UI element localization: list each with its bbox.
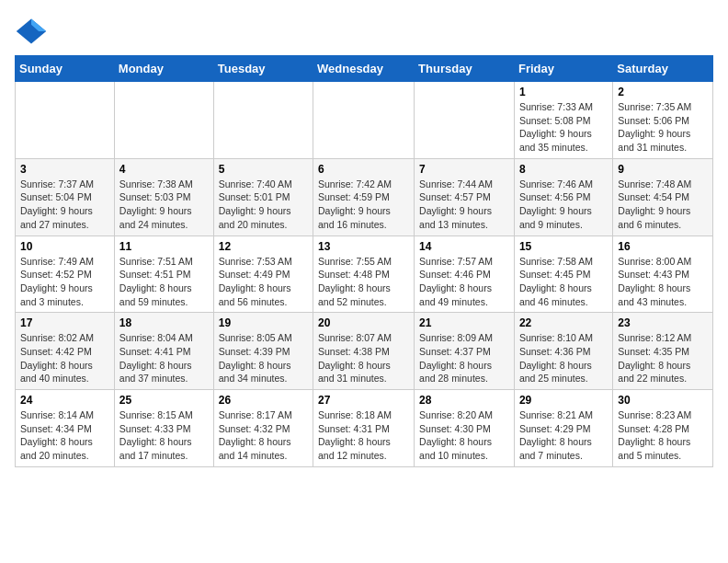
calendar-cell: 18Sunrise: 8:04 AMSunset: 4:41 PMDayligh… — [114, 313, 213, 390]
calendar-cell: 20Sunrise: 8:07 AMSunset: 4:38 PMDayligh… — [313, 313, 415, 390]
day-info: Sunrise: 7:57 AMSunset: 4:46 PMDaylight:… — [419, 255, 509, 309]
day-number: 7 — [419, 163, 509, 176]
weekday-header-friday: Friday — [514, 56, 612, 82]
calendar-cell: 4Sunrise: 7:38 AMSunset: 5:03 PMDaylight… — [114, 158, 213, 236]
day-number: 18 — [119, 316, 209, 329]
day-number: 21 — [419, 316, 509, 329]
day-info: Sunrise: 7:42 AMSunset: 4:59 PMDaylight:… — [318, 178, 409, 232]
day-number: 25 — [119, 394, 209, 407]
weekday-header-thursday: Thursday — [415, 56, 515, 82]
calendar-cell: 14Sunrise: 7:57 AMSunset: 4:46 PMDayligh… — [415, 236, 515, 313]
day-number: 29 — [519, 394, 608, 407]
calendar-cell: 15Sunrise: 7:58 AMSunset: 4:45 PMDayligh… — [514, 236, 612, 313]
calendar-week-5: 24Sunrise: 8:14 AMSunset: 4:34 PMDayligh… — [16, 390, 713, 467]
day-number: 10 — [20, 240, 109, 253]
day-number: 26 — [219, 394, 308, 407]
page-header — [15, 15, 713, 48]
calendar-cell — [114, 82, 213, 159]
day-info: Sunrise: 7:49 AMSunset: 4:52 PMDaylight:… — [20, 255, 109, 309]
day-number: 20 — [318, 316, 409, 329]
weekday-header-row: SundayMondayTuesdayWednesdayThursdayFrid… — [16, 56, 713, 82]
calendar-week-3: 10Sunrise: 7:49 AMSunset: 4:52 PMDayligh… — [16, 236, 713, 313]
day-number: 22 — [519, 316, 608, 329]
calendar-cell: 19Sunrise: 8:05 AMSunset: 4:39 PMDayligh… — [213, 313, 313, 390]
weekday-header-saturday: Saturday — [613, 56, 713, 82]
calendar-cell: 21Sunrise: 8:09 AMSunset: 4:37 PMDayligh… — [415, 313, 515, 390]
day-info: Sunrise: 8:10 AMSunset: 4:36 PMDaylight:… — [519, 331, 608, 385]
calendar-cell: 16Sunrise: 8:00 AMSunset: 4:43 PMDayligh… — [613, 236, 713, 313]
day-info: Sunrise: 8:14 AMSunset: 4:34 PMDaylight:… — [20, 408, 109, 463]
calendar-cell: 8Sunrise: 7:46 AMSunset: 4:56 PMDaylight… — [514, 158, 612, 236]
day-info: Sunrise: 7:51 AMSunset: 4:51 PMDaylight:… — [119, 255, 209, 309]
day-number: 2 — [618, 86, 708, 98]
day-info: Sunrise: 8:12 AMSunset: 4:35 PMDaylight:… — [618, 331, 708, 385]
day-number: 3 — [20, 163, 109, 176]
weekday-header-wednesday: Wednesday — [313, 56, 415, 82]
calendar-cell — [16, 82, 115, 159]
day-number: 12 — [219, 240, 308, 253]
day-info: Sunrise: 7:35 AMSunset: 5:06 PMDaylight:… — [618, 100, 708, 155]
day-info: Sunrise: 7:53 AMSunset: 4:49 PMDaylight:… — [219, 255, 308, 309]
day-number: 30 — [618, 394, 708, 407]
calendar-cell: 12Sunrise: 7:53 AMSunset: 4:49 PMDayligh… — [213, 236, 313, 313]
day-info: Sunrise: 7:44 AMSunset: 4:57 PMDaylight:… — [419, 178, 509, 232]
calendar-cell: 1Sunrise: 7:33 AMSunset: 5:08 PMDaylight… — [514, 82, 612, 159]
day-number: 1 — [519, 86, 608, 98]
calendar-week-2: 3Sunrise: 7:37 AMSunset: 5:04 PMDaylight… — [16, 158, 713, 236]
calendar-body: 1Sunrise: 7:33 AMSunset: 5:08 PMDaylight… — [16, 82, 713, 467]
calendar-week-1: 1Sunrise: 7:33 AMSunset: 5:08 PMDaylight… — [16, 82, 713, 159]
day-info: Sunrise: 8:17 AMSunset: 4:32 PMDaylight:… — [219, 408, 308, 463]
calendar-cell: 29Sunrise: 8:21 AMSunset: 4:29 PMDayligh… — [514, 390, 612, 467]
day-number: 27 — [318, 394, 409, 407]
calendar-cell — [415, 82, 515, 159]
calendar-cell: 13Sunrise: 7:55 AMSunset: 4:48 PMDayligh… — [313, 236, 415, 313]
calendar-cell: 7Sunrise: 7:44 AMSunset: 4:57 PMDaylight… — [415, 158, 515, 236]
weekday-header-tuesday: Tuesday — [213, 56, 313, 82]
calendar-cell: 27Sunrise: 8:18 AMSunset: 4:31 PMDayligh… — [313, 390, 415, 467]
calendar-cell: 28Sunrise: 8:20 AMSunset: 4:30 PMDayligh… — [415, 390, 515, 467]
day-number: 4 — [119, 163, 209, 176]
day-info: Sunrise: 8:05 AMSunset: 4:39 PMDaylight:… — [219, 331, 308, 385]
day-number: 19 — [219, 316, 308, 329]
day-number: 13 — [318, 240, 409, 253]
day-info: Sunrise: 7:37 AMSunset: 5:04 PMDaylight:… — [20, 178, 109, 232]
day-info: Sunrise: 8:02 AMSunset: 4:42 PMDaylight:… — [20, 331, 109, 385]
calendar-cell: 9Sunrise: 7:48 AMSunset: 4:54 PMDaylight… — [613, 158, 713, 236]
day-info: Sunrise: 8:07 AMSunset: 4:38 PMDaylight:… — [318, 331, 409, 385]
day-number: 8 — [519, 163, 608, 176]
day-number: 23 — [618, 316, 708, 329]
day-info: Sunrise: 7:38 AMSunset: 5:03 PMDaylight:… — [119, 178, 209, 232]
calendar-cell: 17Sunrise: 8:02 AMSunset: 4:42 PMDayligh… — [16, 313, 115, 390]
day-info: Sunrise: 7:48 AMSunset: 4:54 PMDaylight:… — [618, 178, 708, 232]
day-info: Sunrise: 7:46 AMSunset: 4:56 PMDaylight:… — [519, 178, 608, 232]
day-info: Sunrise: 8:00 AMSunset: 4:43 PMDaylight:… — [618, 255, 708, 309]
calendar-cell: 6Sunrise: 7:42 AMSunset: 4:59 PMDaylight… — [313, 158, 415, 236]
calendar-cell: 26Sunrise: 8:17 AMSunset: 4:32 PMDayligh… — [213, 390, 313, 467]
day-number: 28 — [419, 394, 509, 407]
calendar-cell: 10Sunrise: 7:49 AMSunset: 4:52 PMDayligh… — [16, 236, 115, 313]
calendar-cell — [313, 82, 415, 159]
day-info: Sunrise: 7:33 AMSunset: 5:08 PMDaylight:… — [519, 100, 608, 155]
calendar: SundayMondayTuesdayWednesdayThursdayFrid… — [15, 55, 713, 467]
day-number: 5 — [219, 163, 308, 176]
calendar-cell — [213, 82, 313, 159]
day-info: Sunrise: 8:18 AMSunset: 4:31 PMDaylight:… — [318, 408, 409, 463]
day-info: Sunrise: 8:09 AMSunset: 4:37 PMDaylight:… — [419, 331, 509, 385]
calendar-cell: 5Sunrise: 7:40 AMSunset: 5:01 PMDaylight… — [213, 158, 313, 236]
logo-icon — [15, 15, 48, 48]
day-number: 24 — [20, 394, 109, 407]
day-info: Sunrise: 8:15 AMSunset: 4:33 PMDaylight:… — [119, 408, 209, 463]
calendar-cell: 11Sunrise: 7:51 AMSunset: 4:51 PMDayligh… — [114, 236, 213, 313]
day-info: Sunrise: 8:04 AMSunset: 4:41 PMDaylight:… — [119, 331, 209, 385]
calendar-cell: 24Sunrise: 8:14 AMSunset: 4:34 PMDayligh… — [16, 390, 115, 467]
day-number: 14 — [419, 240, 509, 253]
day-info: Sunrise: 8:21 AMSunset: 4:29 PMDaylight:… — [519, 408, 608, 463]
day-number: 11 — [119, 240, 209, 253]
logo — [15, 15, 51, 48]
calendar-cell: 25Sunrise: 8:15 AMSunset: 4:33 PMDayligh… — [114, 390, 213, 467]
day-number: 6 — [318, 163, 409, 176]
weekday-header-monday: Monday — [114, 56, 213, 82]
day-info: Sunrise: 7:40 AMSunset: 5:01 PMDaylight:… — [219, 178, 308, 232]
day-number: 16 — [618, 240, 708, 253]
calendar-cell: 3Sunrise: 7:37 AMSunset: 5:04 PMDaylight… — [16, 158, 115, 236]
